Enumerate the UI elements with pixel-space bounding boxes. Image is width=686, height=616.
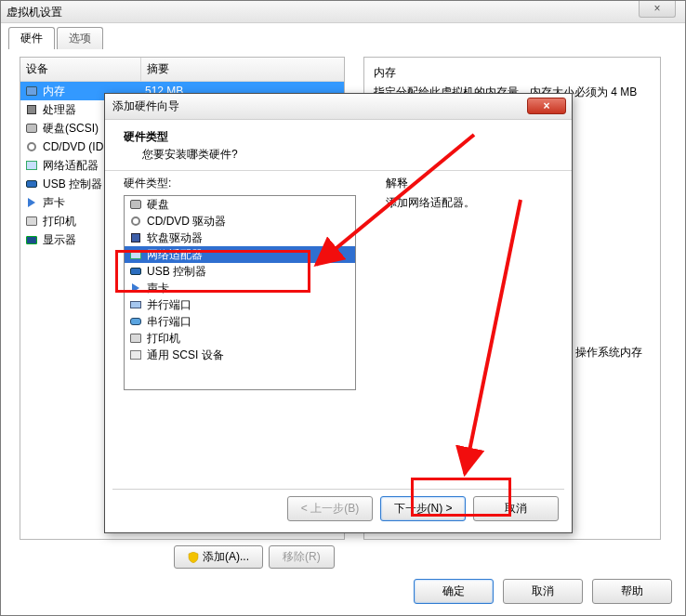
cd-icon (128, 215, 143, 228)
explanation-title: 解释 (386, 176, 475, 191)
vm-settings-close-button[interactable]: × (639, 1, 676, 18)
col-summary: 摘要 (141, 58, 344, 81)
wizard-header: 硬件类型 您要安装哪类硬件? (105, 120, 572, 171)
wizard-separator (112, 489, 564, 490)
vm-settings-footer: 确定 取消 帮助 (414, 579, 672, 604)
device-list-header: 设备 摘要 (20, 58, 344, 82)
chip-icon (24, 85, 39, 98)
device-buttons: 添加(A)... 移除(R) (174, 545, 335, 569)
hardware-type-item[interactable]: 打印机 (125, 330, 355, 347)
remove-hardware-button[interactable]: 移除(R) (269, 545, 335, 569)
os-memory-note: 操作系统内存 (575, 345, 668, 360)
hardware-type-label-text: 网络适配器 (147, 247, 203, 263)
vm-settings-title: 虚拟机设置 (1, 1, 685, 23)
hardware-type-label-text: 硬盘 (147, 197, 169, 213)
wizard-close-button[interactable]: × (527, 98, 566, 114)
hdd-icon (128, 198, 143, 211)
explanation-panel: 解释 添加网络适配器。 (386, 176, 475, 211)
wizard-header-subtitle: 您要安装哪类硬件? (142, 147, 553, 163)
col-device: 设备 (20, 58, 141, 81)
wizard-cancel-button[interactable]: 取消 (473, 496, 559, 521)
hardware-type-item[interactable]: 网络适配器 (125, 246, 355, 263)
add-hardware-wizard: 添加硬件向导 × 硬件类型 您要安装哪类硬件? 硬件类型: 硬盘CD/DVD 驱… (104, 93, 573, 533)
hardware-type-list[interactable]: 硬盘CD/DVD 驱动器软盘驱动器网络适配器USB 控制器声卡并行端口串行端口打… (124, 195, 356, 390)
cpu-icon (24, 103, 39, 116)
hardware-type-label-text: 通用 SCSI 设备 (147, 347, 224, 363)
remove-hardware-label: 移除(R) (283, 549, 321, 565)
help-button[interactable]: 帮助 (592, 579, 672, 604)
mon-icon (24, 233, 39, 246)
memory-title: 内存 (374, 65, 651, 81)
tab-hardware[interactable]: 硬件 (8, 27, 55, 49)
snd-icon (128, 282, 143, 295)
tab-options[interactable]: 选项 (57, 27, 103, 49)
hardware-type-item[interactable]: 声卡 (125, 280, 355, 296)
shield-icon (188, 552, 199, 563)
wizard-header-title: 硬件类型 (124, 129, 553, 145)
hardware-type-label-text: 声卡 (147, 281, 169, 296)
snd-icon (24, 196, 39, 209)
hardware-type-item[interactable]: 硬盘 (125, 196, 355, 213)
hardware-type-item[interactable]: 并行端口 (125, 296, 355, 313)
ser-icon (128, 315, 143, 328)
wizard-title: 添加硬件向导 (105, 94, 572, 120)
par-icon (128, 298, 143, 311)
usb-icon (24, 177, 39, 190)
wizard-body: 硬件类型: 硬盘CD/DVD 驱动器软盘驱动器网络适配器USB 控制器声卡并行端… (105, 166, 572, 488)
hdd-icon (24, 122, 39, 135)
hardware-type-label-text: USB 控制器 (147, 264, 206, 280)
add-hardware-button[interactable]: 添加(A)... (174, 545, 263, 569)
wizard-footer: < 上一步(B) 下一步(N) > 取消 (287, 496, 559, 521)
hardware-type-label-text: CD/DVD 驱动器 (147, 214, 226, 229)
next-button[interactable]: 下一步(N) > (380, 496, 466, 521)
hardware-type-item[interactable]: USB 控制器 (125, 263, 355, 280)
hardware-type-label-text: 软盘驱动器 (147, 230, 203, 246)
hardware-type-item[interactable]: 软盘驱动器 (125, 229, 355, 246)
net-icon (24, 159, 39, 172)
hardware-type-item[interactable]: 通用 SCSI 设备 (125, 347, 355, 363)
prn-icon (24, 215, 39, 228)
hardware-type-label-text: 串行端口 (147, 314, 191, 330)
hardware-type-label-text: 打印机 (147, 331, 180, 347)
ok-button[interactable]: 确定 (414, 579, 494, 604)
add-hardware-label: 添加(A)... (203, 549, 249, 565)
floppy-icon (128, 231, 143, 244)
cd-icon (24, 140, 39, 153)
net-icon (128, 248, 143, 261)
cancel-button[interactable]: 取消 (503, 579, 583, 604)
hardware-type-item[interactable]: CD/DVD 驱动器 (125, 213, 355, 229)
scsi-icon (128, 348, 143, 361)
back-button[interactable]: < 上一步(B) (287, 496, 373, 521)
hardware-type-label-text: 并行端口 (147, 297, 191, 313)
vm-settings-tabs: 硬件 选项 (8, 27, 105, 49)
explanation-desc: 添加网络适配器。 (386, 195, 475, 211)
prn-icon (128, 332, 143, 345)
hardware-type-label: 硬件类型: (124, 176, 553, 191)
usb-icon (128, 265, 143, 278)
hardware-type-item[interactable]: 串行端口 (125, 313, 355, 330)
